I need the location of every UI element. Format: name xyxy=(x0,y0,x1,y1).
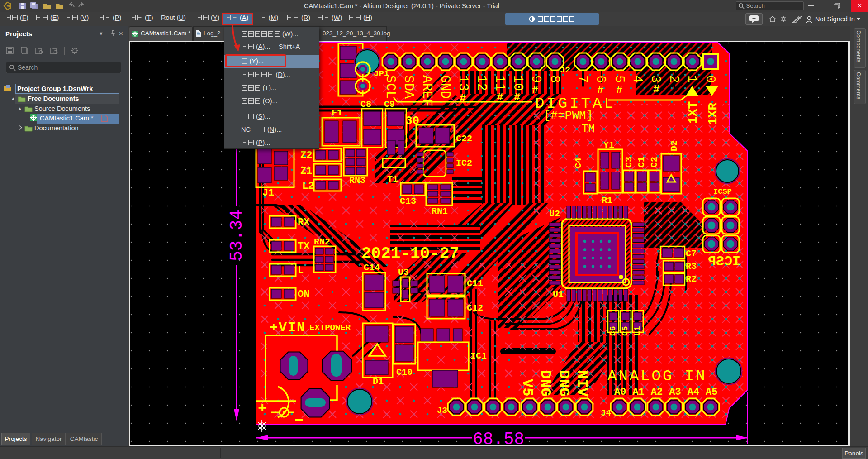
svg-text:D2: D2 xyxy=(669,140,679,151)
svg-text:5: 5 xyxy=(612,75,626,83)
svg-text:#: # xyxy=(597,84,603,96)
svg-text:L1: L1 xyxy=(633,326,642,336)
svg-text:R3: R3 xyxy=(686,261,697,272)
svg-text:ON: ON xyxy=(298,289,309,300)
svg-text:Y1: Y1 xyxy=(603,140,614,150)
svg-text:A1: A1 xyxy=(632,387,644,398)
svg-text:#: # xyxy=(653,83,659,96)
svg-text:U1: U1 xyxy=(553,289,564,300)
svg-text:11: 11 xyxy=(492,75,507,91)
svg-text:1XT: 1XT xyxy=(686,101,700,124)
svg-text:C22: C22 xyxy=(456,134,472,144)
svg-text:A0: A0 xyxy=(614,387,626,398)
svg-text:1: 1 xyxy=(684,75,699,83)
svg-text:C1: C1 xyxy=(636,157,647,167)
svg-text:C5: C5 xyxy=(621,326,630,336)
svg-text:GND: GND xyxy=(437,75,452,99)
svg-text:#: # xyxy=(532,84,538,96)
svg-text:C2: C2 xyxy=(649,157,659,167)
svg-text:12: 12 xyxy=(474,75,489,91)
svg-text:+: + xyxy=(258,400,267,417)
svg-text:A2: A2 xyxy=(651,387,663,398)
svg-text:8: 8 xyxy=(547,75,562,83)
svg-text:2: 2 xyxy=(666,75,681,83)
svg-text:C7: C7 xyxy=(686,249,697,259)
svg-text:#: # xyxy=(616,84,622,96)
svg-text:DNG: DNG xyxy=(537,370,554,397)
svg-text:#: # xyxy=(460,92,466,105)
svg-text:C14: C14 xyxy=(364,263,380,273)
svg-text:TX: TX xyxy=(298,241,310,252)
svg-text:TM: TM xyxy=(582,123,595,135)
svg-text:1XR: 1XR xyxy=(706,102,720,125)
svg-text:U2: U2 xyxy=(549,209,560,219)
svg-text:R2: R2 xyxy=(686,274,697,284)
svg-text:F1: F1 xyxy=(332,108,342,118)
svg-text:C3: C3 xyxy=(624,157,634,167)
svg-text:A5: A5 xyxy=(706,387,717,398)
svg-text:C11: C11 xyxy=(467,278,483,289)
svg-text:IC2: IC2 xyxy=(456,158,472,168)
svg-text:R1: R1 xyxy=(602,195,612,206)
svg-text:RN1: RN1 xyxy=(432,206,448,216)
svg-text:J4: J4 xyxy=(601,408,611,418)
svg-text:RN2: RN2 xyxy=(314,237,330,247)
svg-text:Z1: Z1 xyxy=(300,166,312,177)
svg-text:3: 3 xyxy=(648,75,663,83)
svg-text:4: 4 xyxy=(630,75,645,83)
svg-text:RN3: RN3 xyxy=(349,175,365,186)
svg-text:ICSP: ICSP xyxy=(708,254,740,269)
svg-text:A3: A3 xyxy=(669,387,681,398)
svg-text:C10: C10 xyxy=(396,367,413,378)
svg-text:L: L xyxy=(298,265,304,276)
svg-text:U3: U3 xyxy=(398,267,409,277)
svg-text:L2: L2 xyxy=(302,181,314,192)
svg-text:[#=PWM]: [#=PWM] xyxy=(544,109,593,122)
svg-text:RX: RX xyxy=(298,217,310,228)
svg-text:SDA: SDA xyxy=(401,75,416,99)
svg-text:13: 13 xyxy=(455,75,470,91)
svg-text:NIV: NIV xyxy=(574,370,590,397)
svg-text:A4: A4 xyxy=(688,387,699,398)
svg-text:DNG: DNG xyxy=(555,370,572,397)
svg-text:V5: V5 xyxy=(519,379,536,396)
svg-text:C9: C9 xyxy=(384,99,395,110)
svg-text:68.58: 68.58 xyxy=(473,430,524,445)
svg-text:EXTPOWER: EXTPOWER xyxy=(309,323,351,333)
svg-text:C12: C12 xyxy=(467,303,483,313)
svg-text:C8: C8 xyxy=(360,99,371,110)
svg-text:D1: D1 xyxy=(373,376,384,387)
svg-text:7: 7 xyxy=(575,75,590,83)
svg-text:9: 9 xyxy=(528,75,543,83)
svg-text:J3: J3 xyxy=(437,406,447,416)
svg-text:T1: T1 xyxy=(387,174,398,185)
svg-text:6: 6 xyxy=(593,75,608,83)
svg-text:+VIN: +VIN xyxy=(270,320,306,335)
svg-text:Z2: Z2 xyxy=(300,150,312,161)
svg-text:J1: J1 xyxy=(262,187,274,199)
svg-text:53.34: 53.34 xyxy=(227,210,247,261)
svg-text:ANALOG IN: ANALOG IN xyxy=(607,368,707,385)
svg-text:C13: C13 xyxy=(400,196,416,206)
svg-text:SCL: SCL xyxy=(383,75,398,99)
svg-text:0: 0 xyxy=(702,75,717,83)
svg-text:10: 10 xyxy=(510,75,525,91)
svg-text:C4: C4 xyxy=(573,158,583,168)
svg-text:2021-10-27: 2021-10-27 xyxy=(361,244,459,263)
svg-text:C6: C6 xyxy=(608,326,617,336)
svg-text:ICSP: ICSP xyxy=(713,187,732,196)
svg-text:J2: J2 xyxy=(560,65,570,75)
svg-text:IC1: IC1 xyxy=(470,351,487,361)
